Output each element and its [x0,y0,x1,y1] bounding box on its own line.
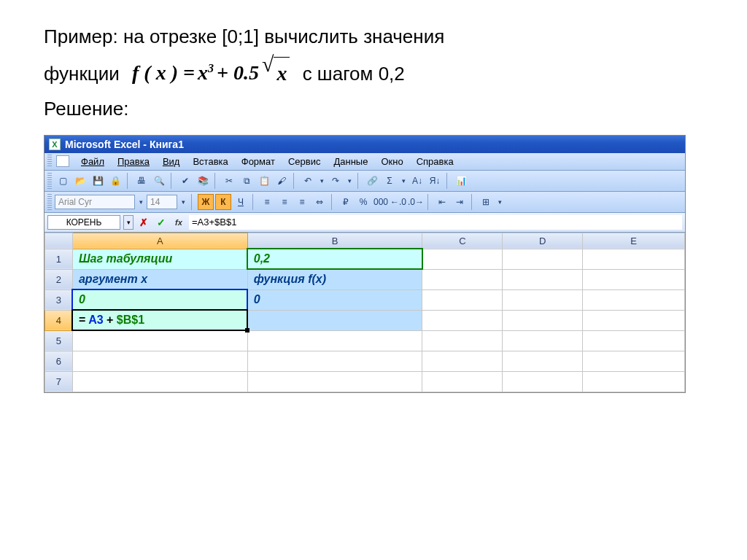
formula-input[interactable]: =A3+$B$1 [189,215,682,230]
column-header-c[interactable]: C [422,233,503,249]
menu-window[interactable]: Окно [375,155,409,168]
currency-icon[interactable]: ₽ [338,194,354,210]
name-box[interactable]: КОРЕНЬ [47,215,120,230]
cell-c5[interactable] [422,330,503,351]
menu-edit[interactable]: Правка [112,155,155,168]
cell-e6[interactable] [583,351,685,371]
column-header-d[interactable]: D [503,233,583,249]
merge-center-icon[interactable]: ⇔ [311,194,328,210]
cell-a5[interactable] [72,330,247,351]
save-icon[interactable]: 💾 [90,173,106,189]
decrease-indent-icon[interactable]: ⇤ [434,194,450,210]
cell-e3[interactable] [583,289,685,310]
copy-icon[interactable]: ⧉ [239,173,255,189]
increase-decimal-icon[interactable]: ←.0 [390,194,406,210]
increase-indent-icon[interactable]: ⇥ [452,194,468,210]
autosum-dropdown[interactable]: ▾ [399,177,408,184]
cell-d4[interactable] [503,310,583,330]
font-dropdown[interactable]: ▾ [136,198,145,206]
cell-c1[interactable] [422,249,503,269]
worksheet-grid[interactable]: A B C D E 1 Шаг табуляции 0,2 2 аргумент… [44,233,685,392]
cell-e1[interactable] [583,249,685,269]
cell-a3[interactable]: 0 [72,289,247,310]
hyperlink-icon[interactable]: 🔗 [364,173,380,189]
new-icon[interactable]: ▢ [55,173,71,189]
cell-e2[interactable] [583,269,685,289]
cell-e4[interactable] [583,310,685,330]
menu-view[interactable]: Вид [157,155,186,168]
cell-c2[interactable] [422,269,503,289]
comma-icon[interactable]: 000 [373,194,389,210]
open-icon[interactable]: 📂 [72,173,88,189]
row-header-6[interactable]: 6 [45,351,73,371]
undo-icon[interactable]: ↶ [300,173,316,189]
menu-format[interactable]: Формат [236,155,281,168]
menu-data[interactable]: Данные [328,155,374,168]
font-selector[interactable]: Arial Cyr [55,195,135,209]
align-center-icon[interactable]: ≡ [276,194,293,210]
borders-dropdown[interactable]: ▾ [495,198,504,206]
cell-c3[interactable] [422,289,503,310]
formatpainter-icon[interactable]: 🖌 [274,173,290,189]
preview-icon[interactable]: 🔍 [151,173,167,189]
fontsize-dropdown[interactable]: ▾ [179,198,187,206]
cancel-formula-icon[interactable]: ✗ [136,215,151,230]
paste-icon[interactable]: 📋 [256,173,272,189]
cell-b3[interactable]: 0 [247,289,422,310]
cell-d5[interactable] [503,330,583,351]
namebox-dropdown[interactable]: ▾ [123,215,133,230]
cell-c4[interactable] [422,310,503,330]
cell-b5[interactable] [247,330,422,351]
cell-a7[interactable] [72,371,247,392]
cell-b2[interactable]: функция f(x) [247,269,422,289]
cell-d7[interactable] [503,371,583,392]
percent-icon[interactable]: % [355,194,371,210]
cell-c6[interactable] [422,351,503,371]
menu-file[interactable]: Файл [75,155,110,168]
borders-icon[interactable]: ⊞ [478,194,494,210]
menu-insert[interactable]: Вставка [187,155,233,168]
print-icon[interactable]: 🖶 [133,173,150,189]
cell-d6[interactable] [503,351,583,371]
chart-icon[interactable]: 📊 [453,173,469,189]
cell-a6[interactable] [72,351,247,371]
cell-e5[interactable] [583,330,685,351]
redo-icon[interactable]: ↷ [328,173,344,189]
column-header-b[interactable]: B [247,233,422,249]
italic-button[interactable]: К [215,194,231,210]
cell-d1[interactable] [503,249,583,269]
fontsize-selector[interactable]: 14 [147,195,177,209]
permissions-icon[interactable]: 🔒 [107,173,123,189]
cell-c7[interactable] [422,371,503,392]
spellcheck-icon[interactable]: ✔ [177,173,193,189]
row-header-4[interactable]: 4 [45,310,73,330]
decrease-decimal-icon[interactable]: .0→ [408,194,424,210]
sort-desc-icon[interactable]: Я↓ [427,173,443,189]
autosum-icon[interactable]: Σ [382,173,398,189]
undo-dropdown[interactable]: ▾ [317,177,326,184]
column-header-a[interactable]: A [72,233,247,249]
row-header-7[interactable]: 7 [45,371,73,392]
align-right-icon[interactable]: ≡ [294,194,310,210]
cell-e7[interactable] [583,371,685,392]
sort-asc-icon[interactable]: A↓ [409,173,425,189]
underline-button[interactable]: Ч [233,194,249,210]
redo-dropdown[interactable]: ▾ [345,177,354,184]
row-header-3[interactable]: 3 [45,289,73,310]
row-header-2[interactable]: 2 [45,269,73,289]
cut-icon[interactable]: ✂ [221,173,237,189]
cell-d2[interactable] [503,269,583,289]
enter-formula-icon[interactable]: ✓ [154,215,169,230]
cell-b7[interactable] [247,371,422,392]
fx-icon[interactable]: fx [171,215,186,230]
cell-a1[interactable]: Шаг табуляции [72,249,247,269]
cell-b4[interactable] [247,310,422,330]
research-icon[interactable]: 📚 [195,173,211,189]
cell-b6[interactable] [247,351,422,371]
cell-b1[interactable]: 0,2 [247,249,422,269]
menu-help[interactable]: Справка [411,155,460,168]
row-header-1[interactable]: 1 [45,249,73,269]
align-left-icon[interactable]: ≡ [259,194,275,210]
bold-button[interactable]: Ж [198,194,214,210]
cell-d3[interactable] [503,289,583,310]
